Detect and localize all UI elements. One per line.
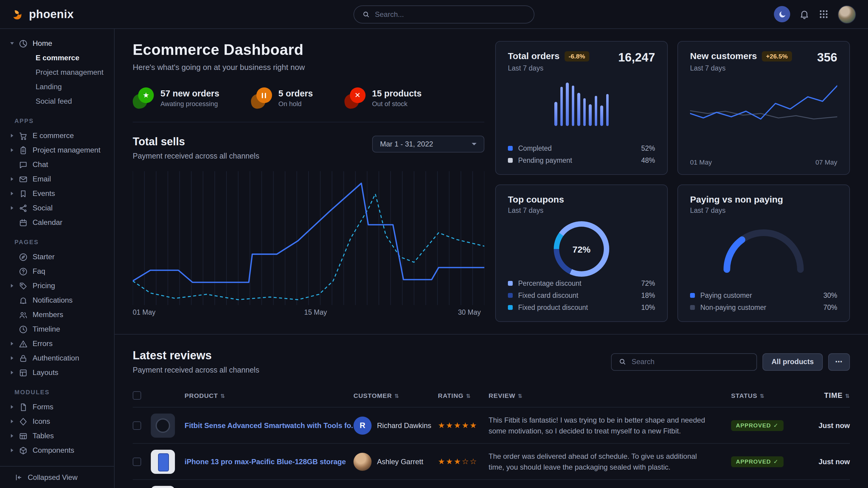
more-options-button[interactable]: ⋯ xyxy=(828,353,850,370)
legend-value: 52% xyxy=(641,145,655,152)
sidebar-item-events[interactable]: Events xyxy=(0,186,114,201)
sidebar-item-authentication[interactable]: Authentication xyxy=(0,351,114,365)
review-time: Just now xyxy=(803,457,850,466)
stat-out-of-stock: ✕ 15 productsOut of stock xyxy=(344,88,422,108)
sidebar-item-calendar[interactable]: Calendar xyxy=(0,215,114,230)
legend-swatch xyxy=(690,305,695,310)
bell-icon xyxy=(799,9,809,19)
chevron-icon xyxy=(11,192,19,195)
legend-value: 30% xyxy=(824,292,837,299)
compass-icon xyxy=(19,252,28,261)
sidebar-item-social[interactable]: Social xyxy=(0,201,114,215)
card-title: New customers xyxy=(690,51,757,61)
all-products-button[interactable]: All products xyxy=(763,353,823,370)
review-text: This Fitbit is fantastic! I was trying t… xyxy=(489,415,731,436)
sidebar-item-landing[interactable]: Landing xyxy=(0,79,114,94)
sidebar-item-errors[interactable]: Errors xyxy=(0,336,114,351)
paying-legend: Paying customer30%Non-paying customer70% xyxy=(690,290,837,313)
sidebar-item-social-feed[interactable]: Social feed xyxy=(0,94,114,108)
brand-logo[interactable]: phoenix xyxy=(11,7,114,21)
legend-row: Fixed product discount10% xyxy=(508,302,655,313)
reviews-search-input[interactable] xyxy=(631,357,749,366)
sidebar-item-e-commerce[interactable]: E commerce xyxy=(0,51,114,65)
section-divider xyxy=(115,334,868,334)
sort-icon: ⇅ xyxy=(845,393,850,399)
search-input[interactable] xyxy=(375,10,525,19)
sidebar-item-components[interactable]: Components xyxy=(0,443,114,458)
sort-icon: ⇅ xyxy=(518,393,523,399)
search-icon xyxy=(619,358,626,365)
delta-badge: +26.5% xyxy=(762,51,792,61)
legend-label: Fixed card discount xyxy=(518,292,578,299)
pie-icon xyxy=(19,39,28,48)
collapsed-view-toggle[interactable]: Collapsed View xyxy=(0,466,114,488)
sidebar-item-project-management[interactable]: Project management xyxy=(0,143,114,157)
sidebar-item-chat[interactable]: Chat xyxy=(0,157,114,172)
check-icon: ✓ xyxy=(773,458,778,465)
column-header-product[interactable]: PRODUCT⇅ xyxy=(185,392,353,399)
reviews-table-header: PRODUCT⇅CUSTOMER⇅RATING⇅REVIEW⇅STATUS⇅TI… xyxy=(133,384,850,407)
reviews-search[interactable] xyxy=(611,353,757,370)
card-title: Total orders xyxy=(508,51,559,61)
card-period: Last 7 days xyxy=(690,64,792,71)
row-checkbox[interactable] xyxy=(133,421,141,429)
sidebar-item-layouts[interactable]: Layouts xyxy=(0,365,114,380)
sidebar-item-email[interactable]: Email xyxy=(0,172,114,186)
chevron-icon xyxy=(11,356,19,360)
x-axis-label: 01 May xyxy=(133,308,155,316)
sidebar-item-forms[interactable]: Forms xyxy=(0,400,114,414)
sidebar-item-e-commerce[interactable]: E commerce xyxy=(0,128,114,143)
sidebar-item-label: Landing xyxy=(36,83,62,91)
apps-grid-button[interactable] xyxy=(818,9,829,19)
sidebar-item-tables[interactable]: Tables xyxy=(0,429,114,443)
theme-toggle-button[interactable] xyxy=(774,6,790,22)
sidebar-section-heading: APPS xyxy=(0,108,114,128)
chevron-icon xyxy=(11,434,19,438)
product-thumbnail xyxy=(151,449,175,474)
stat-value: 15 products xyxy=(372,89,422,98)
sidebar-item-members[interactable]: Members xyxy=(0,307,114,322)
sidebar-item-notifications[interactable]: Notifications xyxy=(0,293,114,307)
alert-icon xyxy=(19,339,28,348)
sidebar-item-project-management[interactable]: Project management xyxy=(0,65,114,79)
chevron-icon xyxy=(11,342,19,346)
legend-row: Fixed card discount18% xyxy=(508,290,655,301)
legend-row: Non-paying customer70% xyxy=(690,302,837,313)
sidebar-item-home[interactable]: Home xyxy=(0,36,114,51)
customer-cell[interactable]: Ashley Garrett xyxy=(353,452,438,470)
sidebar-item-starter[interactable]: Starter xyxy=(0,250,114,264)
product-link[interactable]: Fitbit Sense Advanced Smartwatch with To… xyxy=(185,421,353,429)
top-navbar: phoenix xyxy=(0,0,868,29)
column-header-rating[interactable]: RATING⇅ xyxy=(438,392,489,399)
sidebar-item-icons[interactable]: Icons xyxy=(0,414,114,429)
select-all-checkbox[interactable] xyxy=(133,391,141,400)
date-range-select[interactable]: Mar 1 - 31, 2022 xyxy=(372,136,484,153)
product-thumbnail xyxy=(151,413,175,437)
date-range-value: Mar 1 - 31, 2022 xyxy=(380,140,433,148)
sidebar-item-pricing[interactable]: Pricing xyxy=(0,279,114,293)
column-header-time[interactable]: TIME⇅ xyxy=(803,391,850,400)
sidebar-item-label: Events xyxy=(33,189,55,198)
stat-label: Awating processing xyxy=(160,100,219,107)
column-header-status[interactable]: STATUS⇅ xyxy=(731,392,803,399)
customer-cell[interactable]: RRichard Dawkins xyxy=(353,416,438,434)
file-icon xyxy=(19,402,28,412)
sidebar-section-heading: PAGES xyxy=(0,230,114,250)
legend-row: Paying customer30% xyxy=(690,290,837,301)
coupons-legend: Percentage discount72%Fixed card discoun… xyxy=(508,278,655,313)
top-coupons-card: Top coupons Last 7 days 72% Percentage d… xyxy=(495,185,668,322)
row-checkbox[interactable] xyxy=(133,457,141,466)
sidebar-nav: HomeE commerceProject managementLandingS… xyxy=(0,29,114,466)
legend-value: 48% xyxy=(641,157,655,164)
user-avatar[interactable] xyxy=(838,5,856,23)
product-link[interactable]: iPhone 13 pro max-Pacific Blue-128GB sto… xyxy=(185,457,353,466)
notifications-button[interactable] xyxy=(799,9,809,19)
column-header-review[interactable]: REVIEW⇅ xyxy=(489,392,731,399)
column-header-customer[interactable]: CUSTOMER⇅ xyxy=(353,392,438,399)
sidebar-item-timeline[interactable]: Timeline xyxy=(0,322,114,336)
sidebar-item-label: Tables xyxy=(33,432,54,440)
global-search[interactable] xyxy=(353,5,534,23)
sidebar-item-faq[interactable]: Faq xyxy=(0,264,114,279)
sidebar-item-label: Components xyxy=(33,446,74,455)
review-table-row xyxy=(133,479,850,488)
